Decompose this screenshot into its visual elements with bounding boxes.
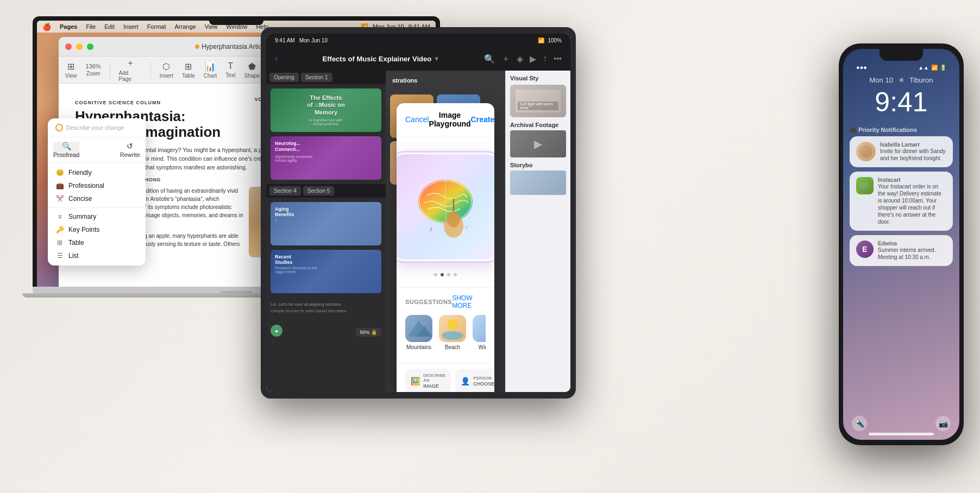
show-more-button[interactable]: SHOW MORE	[452, 294, 486, 309]
rewrite-icon: ↺	[127, 142, 133, 150]
notif-2-text: Instacart Your Instacart order is on the…	[878, 177, 946, 225]
suggestions-title: SUGGESTIONS	[405, 299, 452, 305]
wt-item-friendly[interactable]: 😊 Friendly	[48, 166, 146, 179]
search-icon[interactable]: 🔍	[484, 54, 495, 64]
dot-1[interactable]	[434, 273, 437, 276]
wt-placeholder[interactable]: Describe your change	[66, 124, 124, 131]
dialog-dots	[434, 273, 457, 276]
iphone-battery-icon: 🔋	[940, 65, 946, 71]
section-1[interactable]: Section 1	[301, 73, 332, 82]
play-icon[interactable]: ▶	[530, 54, 536, 64]
section-5[interactable]: Section 5	[303, 186, 335, 195]
dialog-create-button[interactable]: Create	[471, 115, 494, 124]
wt-header: Describe your change	[48, 118, 146, 137]
toolbar-table[interactable]: ⊞ Table	[182, 61, 195, 79]
notification-1[interactable]: Isabella Lamarr Invite for dinner with S…	[850, 136, 953, 167]
toolbar-text[interactable]: T Text	[225, 61, 235, 78]
visual-style-image: Soft light with warm turns	[510, 85, 566, 117]
notification-2[interactable]: 🛒 Instacart Your Instacart order is on t…	[850, 172, 953, 231]
iphone-date-loc: Mon 10 ✳ Tiburon	[843, 76, 959, 84]
dialog-cancel-button[interactable]: Cancel	[405, 115, 429, 124]
flashlight-shortcut[interactable]: 🔦	[852, 416, 867, 431]
notif-1-avatar	[856, 142, 876, 161]
notif-1-content: Isabella Lamarr Invite for dinner with S…	[856, 142, 946, 162]
back-icon[interactable]: ‹	[275, 54, 278, 64]
notification-3[interactable]: E Edwina Summer interns arrived. Meeting…	[850, 235, 953, 266]
suggestion-beach[interactable]: Beach	[439, 315, 466, 356]
notif-2-content: 🛒 Instacart Your Instacart order is on t…	[856, 177, 946, 225]
zoom-control[interactable]: 50% 🔒	[355, 328, 381, 337]
wt-item-table[interactable]: ⊞ Table	[48, 236, 146, 249]
toolbar-chart[interactable]: 📊 Chart	[204, 61, 217, 79]
wt-item-summary[interactable]: ≡ Summary	[48, 210, 146, 223]
dot-2[interactable]	[441, 273, 444, 276]
theme-icon[interactable]: ◈	[517, 54, 523, 64]
slide-3-thumbnail[interactable]: AgingBenefits ⚕	[271, 202, 381, 245]
svg-text:♫: ♫	[464, 224, 469, 230]
minimize-button[interactable]	[76, 43, 83, 50]
notif-2-body: Your Instacart order is on the way! Deli…	[878, 183, 946, 225]
toolbar-shape[interactable]: ⬟ Shape	[244, 61, 260, 79]
wt-tab-rewrite[interactable]: ↺ Rewrite	[120, 142, 140, 158]
notif-3-body: Summer interns arrived. Meeting at 10:30…	[878, 246, 946, 261]
wt-tab-proofread[interactable]: 🔍 Proofread	[53, 142, 79, 158]
camera-shortcut[interactable]: 📷	[935, 416, 951, 431]
menu-format[interactable]: Format	[147, 23, 166, 30]
svg-point-10	[447, 319, 458, 330]
toolbar-sep-2	[150, 62, 151, 78]
slide-2-thumbnail[interactable]: Neurolog...Connecti... Significantly inc…	[271, 136, 381, 180]
menu-pages[interactable]: Pages	[60, 23, 77, 30]
slide-1-thumbnail[interactable]: The Effectsof ♫Music onMemory A cognitiv…	[271, 89, 381, 132]
record-button[interactable]: ●	[271, 325, 282, 337]
section-4[interactable]: Section 4	[269, 186, 301, 195]
person-text: PERSON CHOOSE...	[473, 376, 494, 387]
wt-item-concise[interactable]: ✂️ Concise	[48, 192, 146, 205]
suggestions-section: SUGGESTIONS SHOW MORE	[397, 287, 494, 363]
describe-image-btn[interactable]: 🖼️ DESCRIBE AN IMAGE	[405, 369, 451, 392]
suggestions-grid: Mountains	[405, 315, 486, 356]
iphone-wifi-icon: 📶	[931, 65, 938, 71]
menu-edit[interactable]: Edit	[104, 23, 115, 30]
suggestion-winter[interactable]: ❄ Winter	[473, 315, 486, 356]
toolbar-insert[interactable]: ⬡ Insert	[160, 61, 173, 79]
toolbar-add-page[interactable]: ＋ Add Page	[119, 58, 142, 82]
more-icon[interactable]: •••	[554, 54, 562, 63]
suggestion-mountains[interactable]: Mountains	[405, 315, 432, 356]
menu-arrange[interactable]: Arrange	[174, 23, 196, 30]
mountains-label: Mountains	[406, 344, 431, 350]
beach-label: Beach	[445, 344, 460, 350]
ipad-wifi-icon: 📶	[538, 37, 544, 43]
archival-image: ▶	[510, 130, 566, 157]
menu-insert[interactable]: Insert	[123, 23, 139, 30]
close-button[interactable]	[65, 43, 72, 50]
list-icon: ☰	[55, 252, 64, 260]
suggestions-header: SUGGESTIONS SHOW MORE	[405, 294, 486, 309]
notif-3-content: E Edwina Summer interns arrived. Meeting…	[856, 241, 946, 261]
keynote-toolbar-right: 🔍 ＋ ◈ ▶ ↑ •••	[484, 53, 562, 65]
toolbar-view[interactable]: ⊞ View	[65, 61, 77, 79]
slide-1-text: The Effectsof ♫Music onMemory A cognitiv…	[307, 94, 344, 126]
person-btn[interactable]: 👤 PERSON CHOOSE...	[455, 369, 494, 392]
maximize-button[interactable]	[87, 43, 93, 50]
slide-4-thumbnail[interactable]: RecentStudies Research focused on thevag…	[271, 250, 381, 293]
section-opening[interactable]: Opening	[269, 73, 299, 82]
section-labels: Opening Section 1	[266, 71, 386, 84]
add-slide-icon[interactable]: ＋	[501, 53, 510, 65]
article-column-label: COGNITIVE SCIENCE COLUMN	[75, 100, 161, 105]
wt-item-keypoints[interactable]: 🔑 Key Points	[48, 223, 146, 236]
wt-item-list[interactable]: ☰ List	[48, 249, 146, 262]
illustrations-label: strations	[386, 71, 505, 90]
dot-3[interactable]	[447, 273, 450, 276]
keynote-toolbar: ‹ Effects of Music Explainer Video ▼ 🔍 ＋…	[266, 47, 570, 71]
toolbar-zoom[interactable]: 136% Zoom	[86, 63, 101, 77]
friendly-icon: 😊	[55, 169, 64, 176]
dialog-image-area: •••	[397, 136, 494, 287]
ipad: 9:41 AM Mon Jun 10 📶 100% ‹ Effects of M…	[261, 27, 576, 399]
image-creator-dialog: Cancel Image Playground Create •••	[397, 103, 494, 392]
notif-1-app-name: Isabella Lamarr	[880, 142, 946, 148]
dot-4[interactable]	[454, 273, 457, 276]
share-icon[interactable]: ↑	[543, 54, 547, 64]
notif-2-app-name: Instacart	[878, 177, 946, 183]
menu-file[interactable]: File	[86, 23, 96, 30]
wt-item-professional[interactable]: 💼 Professional	[48, 179, 146, 192]
